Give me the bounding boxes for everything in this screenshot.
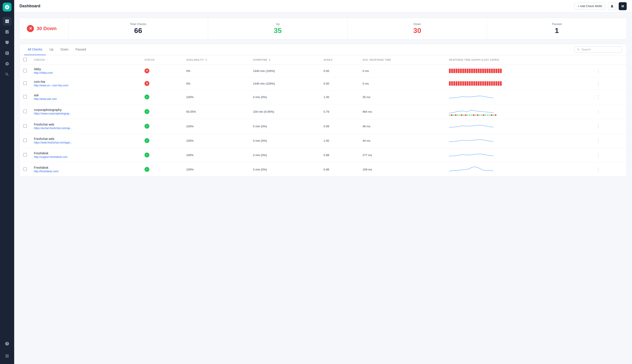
sidebar — [0, 0, 14, 364]
stat-up: Up 35 — [208, 18, 348, 39]
row-checkbox-cell — [20, 65, 30, 77]
check-graph-cell — [445, 65, 591, 77]
row-checkbox[interactable] — [23, 95, 27, 98]
check-graph-cell — [445, 77, 591, 90]
check-downtime-cell: 1440 min (100%) — [249, 65, 320, 77]
check-apdex-cell: 0.99 — [320, 119, 359, 134]
search-box[interactable] — [574, 46, 622, 53]
check-avg-response-cell: 964 ms — [359, 104, 445, 119]
row-checkbox[interactable] — [23, 82, 27, 85]
check-status-cell: ✓ — [141, 134, 183, 148]
total-checks-value: 66 — [74, 26, 203, 35]
more-options-button[interactable]: ⋮ — [594, 80, 602, 87]
row-checkbox[interactable] — [23, 110, 27, 113]
tabs: All Checks Up Down Paused — [24, 44, 574, 55]
down-label: Down — [353, 22, 482, 26]
row-checkbox-cell — [20, 77, 30, 90]
notification-button[interactable] — [608, 2, 616, 10]
sidebar-item-incidents[interactable] — [3, 49, 12, 58]
check-apdex-cell: 1.00 — [320, 134, 359, 148]
check-avg-response-cell: 46 ms — [359, 119, 445, 134]
status-icon-up: ✓ — [144, 124, 149, 129]
check-actions-cell: ⋮ — [591, 148, 626, 162]
search-input[interactable] — [581, 48, 619, 51]
more-options-button[interactable]: ⋮ — [594, 68, 602, 74]
search-icon — [577, 48, 580, 51]
page-title: Dashboard — [20, 4, 574, 8]
check-actions-cell: ⋮ — [591, 77, 626, 90]
check-graph-cell — [445, 104, 591, 119]
row-checkbox[interactable] — [23, 69, 27, 72]
navbar-actions: + Add Check 66/80 M — [574, 2, 627, 10]
check-name-cell: Freshdesk http://freshdesk.com/ — [30, 162, 141, 177]
more-options-button[interactable]: ⋮ — [594, 137, 602, 144]
more-options-button[interactable]: ⋮ — [594, 94, 602, 100]
stat-total-checks: Total Checks 66 — [69, 18, 208, 39]
sidebar-item-dashboard[interactable] — [3, 17, 12, 26]
user-avatar[interactable]: M — [619, 2, 627, 10]
row-checkbox-cell — [20, 134, 30, 148]
svg-rect-47 — [495, 114, 496, 116]
check-downtime-cell: 1440 min (100%) — [249, 77, 320, 90]
row-checkbox[interactable] — [23, 138, 27, 142]
col-checks-header: CHECKS ↑ — [30, 55, 141, 65]
sidebar-item-help[interactable] — [3, 339, 12, 348]
check-actions-cell: ⋮ — [591, 119, 626, 134]
add-check-button[interactable]: + Add Check 66/80 — [574, 3, 605, 10]
sidebar-item-reports[interactable] — [3, 28, 12, 36]
check-name: Abby — [34, 67, 137, 71]
navbar: Dashboard + Add Check 66/80 M — [14, 0, 632, 12]
check-avg-response-cell: 35 ms — [359, 90, 445, 104]
svg-rect-35 — [471, 114, 472, 116]
check-graph-cell — [445, 148, 591, 162]
check-url: http://freshdesk.com/ — [34, 170, 137, 173]
status-icon-up: ✓ — [144, 138, 149, 143]
svg-rect-34 — [469, 114, 470, 116]
check-actions-cell: ⋮ — [591, 65, 626, 77]
check-graph-cell — [445, 90, 591, 104]
table-row: Freshdesk http://support.freshdesk.com ✓… — [20, 148, 626, 162]
tab-up[interactable]: Up — [46, 44, 57, 55]
table-row: Freshchat web https://web.freshchat.com/… — [20, 134, 626, 148]
sidebar-item-settings[interactable] — [3, 59, 12, 68]
check-downtime-cell: 0 min (0%) — [249, 162, 320, 177]
sidebar-item-integrations[interactable] — [3, 70, 12, 79]
status-icon-up: ✓ — [144, 152, 149, 158]
check-availability-cell: 100% — [183, 119, 249, 134]
table-row: Freshchat web https://wchat.freshchat.co… — [20, 119, 626, 134]
more-options-button[interactable]: ⋮ — [594, 166, 602, 173]
stats-banner: ✕ 30 Down Total Checks 66 Up 35 Down 30 … — [20, 18, 627, 40]
sidebar-item-apps[interactable] — [3, 352, 12, 360]
row-checkbox[interactable] — [23, 153, 27, 156]
main-wrapper: Dashboard + Add Check 66/80 M ✕ 30 Down … — [14, 0, 632, 364]
more-options-button[interactable]: ⋮ — [594, 123, 602, 130]
check-apdex-cell: 0.00 — [320, 77, 359, 90]
check-url: https://web.freshchat.com/app/... — [34, 141, 137, 144]
svg-rect-31 — [463, 114, 464, 116]
table-header: All Checks Up Down Paused — [20, 44, 626, 55]
tab-paused[interactable]: Paused — [72, 44, 90, 55]
row-checkbox-cell — [20, 104, 30, 119]
tab-all-checks[interactable]: All Checks — [24, 44, 46, 55]
svg-rect-41 — [483, 114, 484, 116]
svg-rect-28 — [457, 114, 459, 116]
more-options-button[interactable]: ⋮ — [594, 152, 602, 158]
row-checkbox[interactable] — [23, 168, 27, 171]
check-url: http://www.xn--.com-hta.com/ — [34, 84, 137, 87]
check-downtime-cell: 0 min (0%) — [249, 134, 320, 148]
row-checkbox[interactable] — [23, 124, 27, 128]
col-graph-header: RESPONSE TIME GRAPH (LAST 24HRS) — [445, 55, 591, 65]
status-icon-up: ✓ — [144, 109, 149, 114]
select-all-checkbox[interactable] — [23, 58, 27, 61]
app-logo[interactable] — [3, 3, 12, 12]
sidebar-item-alerts[interactable] — [3, 38, 12, 47]
check-graph-cell — [445, 134, 591, 148]
col-select-all — [20, 55, 30, 65]
status-icon-up: ✓ — [144, 167, 149, 172]
check-name-cell: com-hta http://www.xn--.com-hta.com/ — [30, 77, 141, 90]
down-value: 30 — [353, 26, 482, 35]
more-options-button[interactable]: ⋮ — [594, 108, 602, 115]
check-apdex-cell: 0.98 — [320, 148, 359, 162]
status-icon-down: ✕ — [144, 68, 149, 73]
tab-down[interactable]: Down — [57, 44, 72, 55]
